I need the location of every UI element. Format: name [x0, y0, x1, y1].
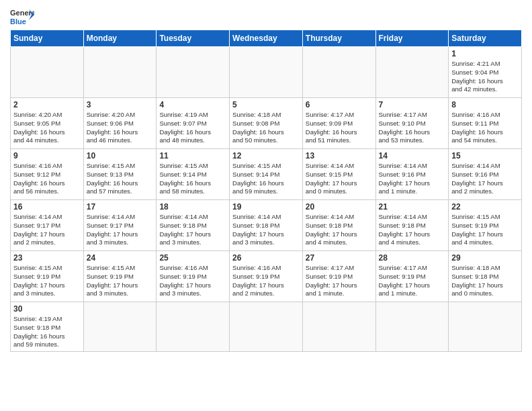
calendar-day-cell: 9Sunrise: 4:16 AM Sunset: 9:12 PM Daylig…: [11, 149, 84, 200]
day-number: 25: [159, 253, 226, 263]
day-number: 23: [13, 253, 81, 263]
day-number: 10: [87, 151, 154, 161]
day-info: Sunrise: 4:16 AM Sunset: 9:11 PM Dayligh…: [451, 111, 519, 145]
day-info: Sunrise: 4:21 AM Sunset: 9:04 PM Dayligh…: [451, 60, 519, 94]
calendar-day-cell: 24Sunrise: 4:15 AM Sunset: 9:19 PM Dayli…: [83, 251, 157, 302]
weekday-header-wednesday: Wednesday: [230, 30, 303, 47]
calendar-day-cell: 22Sunrise: 4:15 AM Sunset: 9:19 PM Dayli…: [449, 200, 522, 251]
calendar-day-cell: 27Sunrise: 4:17 AM Sunset: 9:19 PM Dayli…: [302, 251, 375, 302]
calendar-day-cell: 30Sunrise: 4:19 AM Sunset: 9:18 PM Dayli…: [11, 302, 84, 352]
day-info: Sunrise: 4:14 AM Sunset: 9:18 PM Dayligh…: [232, 213, 300, 247]
day-number: 16: [13, 202, 81, 212]
calendar-day-cell: 11Sunrise: 4:15 AM Sunset: 9:14 PM Dayli…: [157, 149, 230, 200]
calendar-day-cell: [11, 47, 84, 98]
calendar-day-cell: 10Sunrise: 4:15 AM Sunset: 9:13 PM Dayli…: [83, 149, 157, 200]
day-number: 12: [232, 151, 300, 161]
calendar-day-cell: 15Sunrise: 4:14 AM Sunset: 9:16 PM Dayli…: [449, 149, 522, 200]
calendar-day-cell: 4Sunrise: 4:19 AM Sunset: 9:07 PM Daylig…: [157, 98, 230, 149]
day-info: Sunrise: 4:14 AM Sunset: 9:17 PM Dayligh…: [13, 213, 81, 247]
day-number: 4: [159, 100, 226, 109]
day-info: Sunrise: 4:15 AM Sunset: 9:14 PM Dayligh…: [232, 162, 300, 196]
day-info: Sunrise: 4:14 AM Sunset: 9:15 PM Dayligh…: [306, 162, 373, 196]
calendar-day-cell: [375, 47, 449, 98]
day-number: 28: [379, 253, 446, 263]
day-number: 6: [306, 100, 373, 109]
day-info: Sunrise: 4:18 AM Sunset: 9:08 PM Dayligh…: [232, 111, 300, 145]
calendar-day-cell: 17Sunrise: 4:14 AM Sunset: 9:17 PM Dayli…: [83, 200, 157, 251]
weekday-header-saturday: Saturday: [449, 30, 522, 47]
weekday-header-thursday: Thursday: [302, 30, 375, 47]
day-info: Sunrise: 4:16 AM Sunset: 9:19 PM Dayligh…: [232, 264, 300, 298]
day-info: Sunrise: 4:17 AM Sunset: 9:09 PM Dayligh…: [306, 111, 373, 145]
calendar-day-cell: [157, 302, 230, 352]
calendar-day-cell: 7Sunrise: 4:17 AM Sunset: 9:10 PM Daylig…: [375, 98, 449, 149]
day-number: 24: [87, 253, 154, 263]
day-info: Sunrise: 4:14 AM Sunset: 9:16 PM Dayligh…: [379, 162, 446, 196]
calendar-day-cell: 1Sunrise: 4:21 AM Sunset: 9:04 PM Daylig…: [449, 47, 522, 98]
calendar-day-cell: 16Sunrise: 4:14 AM Sunset: 9:17 PM Dayli…: [11, 200, 84, 251]
calendar-day-cell: 6Sunrise: 4:17 AM Sunset: 9:09 PM Daylig…: [302, 98, 375, 149]
weekday-header-tuesday: Tuesday: [157, 30, 230, 47]
calendar-day-cell: 28Sunrise: 4:17 AM Sunset: 9:19 PM Dayli…: [375, 251, 449, 302]
day-number: 18: [159, 202, 226, 212]
calendar-day-cell: [157, 47, 230, 98]
day-info: Sunrise: 4:14 AM Sunset: 9:18 PM Dayligh…: [379, 213, 446, 247]
calendar-week-row: 9Sunrise: 4:16 AM Sunset: 9:12 PM Daylig…: [11, 149, 522, 200]
day-info: Sunrise: 4:14 AM Sunset: 9:18 PM Dayligh…: [306, 213, 373, 247]
weekday-header-sunday: Sunday: [11, 30, 84, 47]
day-info: Sunrise: 4:17 AM Sunset: 9:10 PM Dayligh…: [379, 111, 446, 145]
day-info: Sunrise: 4:15 AM Sunset: 9:19 PM Dayligh…: [13, 264, 81, 298]
day-number: 14: [379, 151, 446, 161]
day-number: 20: [306, 202, 373, 212]
day-number: 7: [379, 100, 446, 109]
calendar-day-cell: [302, 47, 375, 98]
calendar-day-cell: 2Sunrise: 4:20 AM Sunset: 9:05 PM Daylig…: [11, 98, 84, 149]
calendar-day-cell: 12Sunrise: 4:15 AM Sunset: 9:14 PM Dayli…: [230, 149, 303, 200]
calendar-day-cell: 18Sunrise: 4:14 AM Sunset: 9:18 PM Dayli…: [157, 200, 230, 251]
day-info: Sunrise: 4:14 AM Sunset: 9:18 PM Dayligh…: [159, 213, 226, 247]
day-number: 13: [306, 151, 373, 161]
logo: General Blue: [10, 7, 34, 26]
day-info: Sunrise: 4:16 AM Sunset: 9:12 PM Dayligh…: [13, 162, 81, 196]
day-info: Sunrise: 4:15 AM Sunset: 9:19 PM Dayligh…: [87, 264, 154, 298]
calendar-week-row: 1Sunrise: 4:21 AM Sunset: 9:04 PM Daylig…: [11, 47, 522, 98]
calendar-day-cell: [230, 302, 303, 352]
calendar-day-cell: 19Sunrise: 4:14 AM Sunset: 9:18 PM Dayli…: [230, 200, 303, 251]
calendar-day-cell: [230, 47, 303, 98]
calendar-table: SundayMondayTuesdayWednesdayThursdayFrid…: [10, 30, 522, 352]
calendar-day-cell: 5Sunrise: 4:18 AM Sunset: 9:08 PM Daylig…: [230, 98, 303, 149]
svg-text:Blue: Blue: [10, 17, 26, 26]
calendar-day-cell: 26Sunrise: 4:16 AM Sunset: 9:19 PM Dayli…: [230, 251, 303, 302]
day-number: 2: [13, 100, 81, 109]
calendar-day-cell: 20Sunrise: 4:14 AM Sunset: 9:18 PM Dayli…: [302, 200, 375, 251]
day-number: 5: [232, 100, 300, 109]
day-number: 15: [451, 151, 519, 161]
calendar-day-cell: 25Sunrise: 4:16 AM Sunset: 9:19 PM Dayli…: [157, 251, 230, 302]
day-number: 26: [232, 253, 300, 263]
day-info: Sunrise: 4:19 AM Sunset: 9:07 PM Dayligh…: [159, 111, 226, 145]
calendar-day-cell: 8Sunrise: 4:16 AM Sunset: 9:11 PM Daylig…: [449, 98, 522, 149]
calendar-week-row: 30Sunrise: 4:19 AM Sunset: 9:18 PM Dayli…: [11, 302, 522, 352]
day-info: Sunrise: 4:16 AM Sunset: 9:19 PM Dayligh…: [159, 264, 226, 298]
day-number: 19: [232, 202, 300, 212]
day-info: Sunrise: 4:19 AM Sunset: 9:18 PM Dayligh…: [13, 315, 81, 349]
calendar-day-cell: [449, 302, 522, 352]
calendar-day-cell: 21Sunrise: 4:14 AM Sunset: 9:18 PM Dayli…: [375, 200, 449, 251]
day-info: Sunrise: 4:20 AM Sunset: 9:06 PM Dayligh…: [87, 111, 154, 145]
generalblue-logo-icon: General Blue: [10, 7, 34, 26]
calendar-week-row: 16Sunrise: 4:14 AM Sunset: 9:17 PM Dayli…: [11, 200, 522, 251]
day-number: 8: [451, 100, 519, 109]
weekday-header-row: SundayMondayTuesdayWednesdayThursdayFrid…: [11, 30, 522, 47]
day-info: Sunrise: 4:20 AM Sunset: 9:05 PM Dayligh…: [13, 111, 81, 145]
day-info: Sunrise: 4:18 AM Sunset: 9:18 PM Dayligh…: [451, 264, 519, 298]
weekday-header-friday: Friday: [375, 30, 449, 47]
calendar-day-cell: 14Sunrise: 4:14 AM Sunset: 9:16 PM Dayli…: [375, 149, 449, 200]
calendar-week-row: 23Sunrise: 4:15 AM Sunset: 9:19 PM Dayli…: [11, 251, 522, 302]
day-info: Sunrise: 4:15 AM Sunset: 9:14 PM Dayligh…: [159, 162, 226, 196]
day-number: 29: [451, 253, 519, 263]
calendar-day-cell: 13Sunrise: 4:14 AM Sunset: 9:15 PM Dayli…: [302, 149, 375, 200]
calendar-day-cell: 23Sunrise: 4:15 AM Sunset: 9:19 PM Dayli…: [11, 251, 84, 302]
day-number: 1: [451, 49, 519, 58]
day-info: Sunrise: 4:15 AM Sunset: 9:19 PM Dayligh…: [451, 213, 519, 247]
day-info: Sunrise: 4:17 AM Sunset: 9:19 PM Dayligh…: [379, 264, 446, 298]
